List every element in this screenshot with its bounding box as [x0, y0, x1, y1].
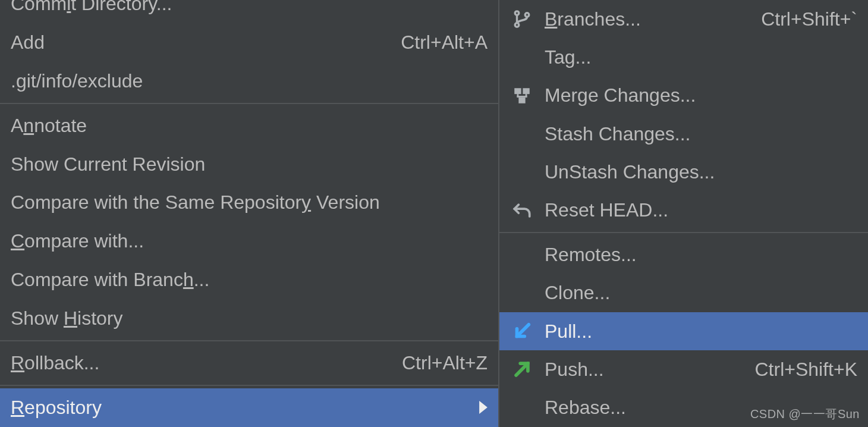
menu-item-label: Repository	[11, 397, 476, 419]
menu-item-label: Compare with Branch...	[11, 269, 488, 291]
menu-item-label: Commit Directory...	[11, 0, 488, 15]
menu-item-commit-dir[interactable]: Commit Directory...	[0, 0, 498, 23]
menu-item-shortcut: Ctrl+Shift+`	[749, 8, 857, 30]
menu-item-label: Clone...	[545, 282, 857, 304]
menu-separator	[0, 103, 498, 104]
svg-point-1	[515, 23, 519, 27]
menu-item-label: Compare with...	[11, 230, 488, 252]
svg-rect-3	[514, 88, 521, 94]
menu-item-unstash[interactable]: UnStash Changes...	[499, 153, 868, 191]
menu-item-pull[interactable]: Pull...	[499, 312, 868, 350]
menu-item-push[interactable]: Push...Ctrl+Shift+K	[499, 350, 868, 388]
menu-item-label: Push...	[545, 359, 743, 381]
menu-item-clone[interactable]: Clone...	[499, 274, 868, 312]
menu-item-add[interactable]: AddCtrl+Alt+A	[0, 23, 498, 62]
menu-item-shortcut: Ctrl+Shift+K	[743, 359, 857, 381]
menu-item-stash[interactable]: Stash Changes...	[499, 115, 868, 153]
blank-icon	[499, 115, 545, 153]
menu-item-label: Tag...	[545, 46, 857, 68]
branch-icon	[499, 0, 545, 38]
menu-item-show-rev[interactable]: Show Current Revision	[0, 145, 498, 184]
menu-item-shortcut: Ctrl+Alt+A	[389, 32, 488, 54]
svg-rect-5	[518, 98, 525, 103]
menu-item-compare-with[interactable]: Compare with...	[0, 222, 498, 260]
menu-separator	[0, 340, 498, 341]
menu-item-show-history[interactable]: Show History	[0, 299, 498, 338]
menu-separator	[0, 385, 498, 386]
menu-item-git-exclude[interactable]: .git/info/exclude	[0, 62, 498, 101]
menu-item-remotes[interactable]: Remotes...	[499, 236, 868, 274]
svg-point-0	[515, 11, 519, 15]
menu-item-label: Show History	[11, 307, 488, 329]
blank-icon	[499, 153, 545, 191]
menu-item-label: .git/info/exclude	[11, 70, 488, 92]
undo-icon	[499, 191, 545, 230]
blank-icon	[499, 389, 545, 427]
menu-separator	[499, 232, 868, 233]
menu-item-label: Compare with the Same Repository Version	[11, 191, 488, 214]
menu-item-compare-same[interactable]: Compare with the Same Repository Version	[0, 184, 498, 222]
blank-icon	[499, 274, 545, 312]
menu-item-repository[interactable]: Repository	[0, 388, 498, 427]
blank-icon	[499, 38, 545, 76]
svg-point-2	[525, 13, 529, 17]
merge-icon	[499, 77, 545, 115]
submenu-arrow-icon	[476, 397, 488, 419]
menu-item-compare-branch[interactable]: Compare with Branch...	[0, 260, 498, 299]
pull-icon	[499, 312, 545, 350]
menu-item-label: Rollback...	[11, 352, 390, 374]
menu-item-label: Merge Changes...	[545, 84, 857, 106]
menu-item-label: Reset HEAD...	[545, 199, 857, 221]
repository-submenu: Branches...Ctrl+Shift+`Tag...Merge Chang…	[499, 0, 868, 427]
menu-item-label: Branches...	[545, 8, 749, 30]
vcs-context-menu: Commit Directory...AddCtrl+Alt+A.git/inf…	[0, 0, 499, 427]
menu-item-shortcut: Ctrl+Alt+Z	[390, 352, 488, 374]
menu-item-label: UnStash Changes...	[545, 161, 857, 183]
menu-item-merge[interactable]: Merge Changes...	[499, 77, 868, 115]
menu-item-tag[interactable]: Tag...	[499, 38, 868, 76]
menu-item-label: Add	[11, 32, 389, 54]
menu-item-rollback[interactable]: Rollback...Ctrl+Alt+Z	[0, 344, 498, 382]
push-icon	[499, 350, 545, 388]
menu-item-label: Show Current Revision	[11, 153, 488, 175]
menu-item-annotate[interactable]: Annotate	[0, 106, 498, 145]
watermark: CSDN @一一哥Sun	[750, 406, 860, 422]
menu-item-label: Pull...	[545, 321, 857, 343]
svg-rect-8	[517, 96, 527, 98]
menu-item-label: Annotate	[11, 115, 488, 137]
context-menus: Commit Directory...AddCtrl+Alt+A.git/inf…	[0, 0, 868, 427]
menu-item-label: Remotes...	[545, 244, 857, 266]
blank-icon	[499, 236, 545, 274]
menu-item-reset-head[interactable]: Reset HEAD...	[499, 191, 868, 230]
svg-rect-4	[523, 88, 529, 94]
menu-item-branches[interactable]: Branches...Ctrl+Shift+`	[499, 0, 868, 38]
menu-item-label: Stash Changes...	[545, 123, 857, 145]
